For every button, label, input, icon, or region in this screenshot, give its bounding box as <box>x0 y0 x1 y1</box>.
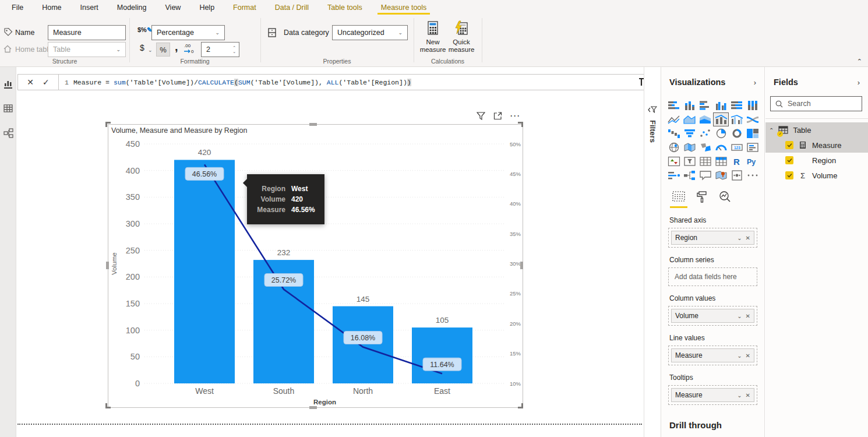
field-row-volume[interactable]: ΣVolume <box>765 168 868 183</box>
chevron-down-icon[interactable]: ⌄ <box>737 313 742 319</box>
menu-tab-table-tools[interactable]: Table tools <box>326 0 364 15</box>
arcgis-map-icon[interactable] <box>713 168 729 182</box>
menu-tab-file[interactable]: File <box>10 0 24 15</box>
remove-field-icon[interactable]: ✕ <box>746 392 750 399</box>
decimal-places-stepper[interactable]: 2 ⌃⌄ <box>201 42 239 57</box>
menu-tab-format[interactable]: Format <box>232 0 257 15</box>
stacked-area-chart-icon[interactable] <box>697 112 713 126</box>
menu-tab-view[interactable]: View <box>164 0 182 15</box>
field-pill-region[interactable]: Region⌄✕ <box>671 231 754 245</box>
home-table-select[interactable]: Table⌄ <box>48 42 126 57</box>
resize-handle[interactable] <box>309 406 317 409</box>
gauge-icon[interactable] <box>713 140 729 154</box>
key-influencers-icon[interactable] <box>666 168 682 182</box>
collapse-ribbon-icon[interactable]: ⌃ <box>857 58 862 65</box>
chevron-down-icon[interactable]: ⌄ <box>737 235 742 241</box>
table-icon[interactable] <box>697 154 713 168</box>
more-visuals-icon[interactable] <box>744 168 760 182</box>
table-row-table[interactable]: ⌃ ✓ Table <box>765 122 868 138</box>
kpi-icon[interactable] <box>666 154 682 168</box>
stacked-bar-chart-icon[interactable] <box>666 98 682 112</box>
map-icon[interactable] <box>666 140 682 154</box>
measure-name-input[interactable] <box>48 25 126 40</box>
q-and-a-icon[interactable] <box>697 168 713 182</box>
collapse-table-icon[interactable]: ⌃ <box>769 127 774 133</box>
visual-filter-icon[interactable] <box>477 112 485 120</box>
resize-handle[interactable] <box>520 262 523 269</box>
matrix-icon[interactable] <box>713 154 729 168</box>
well-column-series[interactable]: Add data fields here <box>668 267 757 286</box>
well-shared-axis[interactable]: Region⌄✕ <box>668 228 757 248</box>
chart-visual[interactable]: Volume, Measure and Measure by Region450… <box>108 124 523 408</box>
remove-field-icon[interactable]: ✕ <box>746 235 750 241</box>
scatter-chart-icon[interactable] <box>697 126 713 140</box>
stacked-column-chart-icon[interactable] <box>682 98 697 112</box>
well-tooltips[interactable]: Measure⌄✕ <box>668 385 757 405</box>
field-pill-volume[interactable]: Volume⌄✕ <box>671 309 754 323</box>
tab-fields[interactable] <box>672 191 686 208</box>
expand-filters-icon[interactable] <box>648 105 657 114</box>
menu-tab-data-drill[interactable]: Data / Drill <box>274 0 310 15</box>
well-column-values[interactable]: Volume⌄✕ <box>668 306 757 326</box>
new-measure-button[interactable]: New measure <box>418 20 448 54</box>
100-stacked-bar-chart-icon[interactable] <box>729 98 744 112</box>
formula-code[interactable]: 1Measure = sum('Table'[Volume])/CALCULAT… <box>65 79 411 86</box>
100-stacked-column-chart-icon[interactable] <box>744 98 760 112</box>
clustered-column-chart-icon[interactable] <box>713 98 729 112</box>
field-pill-measure[interactable]: Measure⌄✕ <box>671 388 754 402</box>
thousands-separator-button[interactable]: , <box>175 40 178 54</box>
card-icon[interactable]: 123 <box>729 140 744 154</box>
chevron-down-icon[interactable]: ⌄ <box>737 392 742 399</box>
field-checkbox[interactable] <box>785 156 793 164</box>
shape-map-icon[interactable] <box>697 140 713 154</box>
r-script-icon[interactable]: R <box>729 154 744 168</box>
multi-row-card-icon[interactable] <box>744 140 760 154</box>
line-chart-icon[interactable] <box>666 112 682 126</box>
menu-tab-modeling[interactable]: Modeling <box>116 0 148 15</box>
field-checkbox[interactable] <box>785 141 793 149</box>
collapse-visualizations-icon[interactable]: › <box>754 78 756 87</box>
report-view-button[interactable] <box>0 74 16 94</box>
tab-analytics[interactable] <box>718 191 732 208</box>
clustered-bar-chart-icon[interactable] <box>697 98 713 112</box>
formula-bar[interactable]: ✕ ✓ 1Measure = sum('Table'[Volume])/CALC… <box>17 74 657 90</box>
resize-handle[interactable] <box>518 122 523 127</box>
area-chart-icon[interactable] <box>682 112 697 126</box>
chevron-down-icon[interactable]: ⌄ <box>737 353 742 359</box>
decimal-places-icon[interactable]: .000 <box>183 42 196 55</box>
menu-tab-insert[interactable]: Insert <box>79 0 100 15</box>
focus-mode-icon[interactable] <box>493 112 502 120</box>
ribbon-chart-icon[interactable] <box>744 112 760 126</box>
donut-chart-icon[interactable] <box>729 126 744 140</box>
filled-map-icon[interactable] <box>682 140 697 154</box>
resize-handle[interactable] <box>105 122 111 127</box>
more-options-icon[interactable]: ··· <box>510 112 521 120</box>
decomposition-tree-icon[interactable] <box>682 168 697 182</box>
currency-button[interactable]: $ <box>140 43 144 52</box>
menu-tab-home[interactable]: Home <box>41 0 62 15</box>
chevron-down-icon[interactable]: ⌄ <box>148 47 153 53</box>
python-script-icon[interactable]: Py <box>744 154 760 168</box>
menu-tab-help[interactable]: Help <box>198 0 216 15</box>
treemap-icon[interactable] <box>744 126 760 140</box>
field-row-measure[interactable]: Measure <box>765 138 868 153</box>
remove-field-icon[interactable]: ✕ <box>746 353 750 359</box>
resize-handle[interactable] <box>105 403 111 408</box>
field-row-region[interactable]: Region <box>765 153 868 168</box>
menu-tab-measure-tools[interactable]: Measure tools <box>380 0 428 15</box>
line-and-clustered-column-chart-icon[interactable] <box>729 112 744 126</box>
cancel-formula-icon[interactable]: ✕ <box>27 77 34 87</box>
combo-chart[interactable]: Volume, Measure and Measure by Region450… <box>108 125 523 407</box>
waterfall-chart-icon[interactable] <box>666 126 682 140</box>
resize-handle[interactable] <box>518 403 523 408</box>
data-category-select[interactable]: Uncategorized⌄ <box>332 25 408 40</box>
funnel-chart-icon[interactable] <box>682 126 697 140</box>
tab-format[interactable] <box>696 191 708 208</box>
remove-field-icon[interactable]: ✕ <box>746 313 750 319</box>
percent-format-button[interactable]: % <box>156 43 170 57</box>
quick-measure-button[interactable]: Quick measure <box>446 20 477 54</box>
commit-formula-icon[interactable]: ✓ <box>43 77 50 87</box>
collapse-fields-icon[interactable]: › <box>858 78 860 87</box>
model-view-button[interactable] <box>0 123 16 143</box>
format-type-select[interactable]: Percentage⌄ <box>151 25 225 40</box>
